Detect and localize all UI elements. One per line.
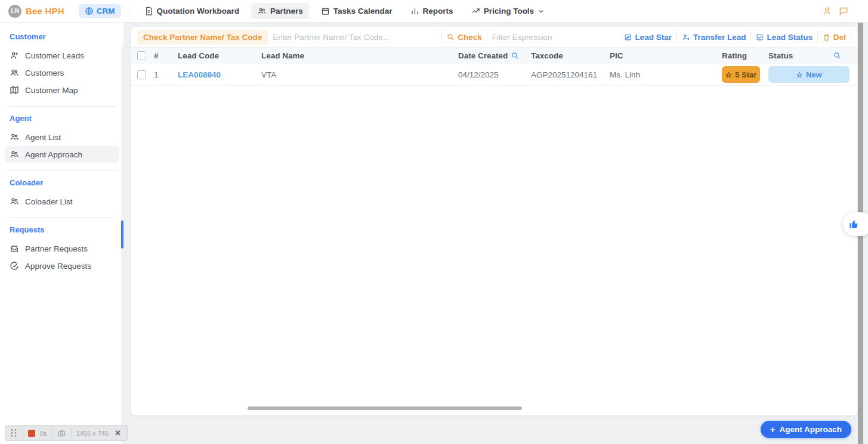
edit-note-icon <box>624 33 632 41</box>
check-partner-label: Check Partner Name/ Tax Code <box>137 30 268 45</box>
sidebar-item-label: Approve Requests <box>25 262 91 271</box>
people-icon <box>10 132 19 142</box>
select-all-checkbox[interactable] <box>137 51 146 60</box>
recorder-divider <box>23 429 23 438</box>
app-logo: LN <box>8 5 21 18</box>
sidebar-item-customers[interactable]: Customers <box>5 64 119 81</box>
horizontal-scrollbar[interactable] <box>248 406 522 410</box>
people-icon <box>10 150 19 159</box>
status-label: New <box>806 70 822 79</box>
plus-icon: + <box>770 424 776 434</box>
record-stop-button[interactable] <box>28 430 35 437</box>
search-icon <box>447 33 455 41</box>
filter-expression-input[interactable] <box>492 33 620 42</box>
screen-size-label: 868 x 444 <box>76 430 109 437</box>
date-created-cell: 04/12/2025 <box>458 70 531 79</box>
chat-icon[interactable] <box>838 6 849 16</box>
brand-title: Bee HPH <box>26 6 64 16</box>
floating-feedback-widget[interactable] <box>843 212 868 236</box>
people-icon <box>257 7 267 15</box>
sidebar-item-label: Coloader List <box>25 197 73 206</box>
drag-handle-icon[interactable] <box>10 429 18 437</box>
nav-quotation-workboard[interactable]: Quotation Workboard <box>138 3 246 19</box>
delete-label: Del <box>833 33 846 42</box>
sidebar-item-approve-requests[interactable]: Approve Requests <box>5 257 119 274</box>
col-lead-code: Lead Code <box>178 51 261 60</box>
camera-icon[interactable] <box>57 429 66 437</box>
thumbs-up-icon <box>848 219 859 229</box>
status-badge[interactable]: ☆ New <box>768 66 850 83</box>
sidebar: Customer Customer Leads Customers Custom… <box>0 23 123 444</box>
people-icon <box>10 68 19 77</box>
sidebar-item-agent-list[interactable]: Agent List <box>5 129 119 145</box>
sidebar-section-agent: Agent <box>10 114 114 123</box>
col-taxcode: Taxcode <box>531 51 610 60</box>
search-icon[interactable] <box>511 52 519 60</box>
crm-label: CRM <box>97 7 115 15</box>
sidebar-item-agent-approach[interactable]: Agent Approach <box>5 146 119 163</box>
nav-label: Reports <box>423 7 453 15</box>
sidebar-item-label: Agent List <box>25 133 61 142</box>
agent-approach-label: Agent Approach <box>780 425 842 434</box>
col-date-created-label: Date Created <box>458 51 508 60</box>
sidebar-divider <box>7 218 116 218</box>
sidebar-item-label: Customer Leads <box>25 51 84 60</box>
leads-toolbar: Check Partner Name/ Tax Code Check Lead … <box>131 27 857 48</box>
transfer-lead-label: Transfer Lead <box>693 33 746 42</box>
lead-star-button[interactable]: Lead Star <box>624 33 672 42</box>
trend-up-icon <box>471 7 480 15</box>
col-date-created: Date Created <box>458 51 531 60</box>
check-button-label: Check <box>458 33 482 42</box>
sidebar-item-label: Customer Map <box>25 86 78 95</box>
sidebar-item-coloader-list[interactable]: Coloader List <box>5 193 119 210</box>
close-icon[interactable]: ✕ <box>113 429 122 437</box>
nav-pricing-tools[interactable]: Pricing Tools <box>465 3 551 19</box>
toolbar-divider <box>677 31 677 43</box>
check-button[interactable]: Check <box>447 33 482 42</box>
crm-module-badge[interactable]: CRM <box>79 4 121 18</box>
col-status-label: Status <box>768 51 793 60</box>
record-time: 0s <box>40 430 47 437</box>
table-header-row: # Lead Code Lead Name Date Created Taxco… <box>131 48 857 64</box>
sidebar-scrollbar-thumb[interactable] <box>121 221 123 249</box>
sidebar-divider <box>7 170 116 171</box>
nav-reports[interactable]: Reports <box>404 3 459 19</box>
toolbar-divider <box>851 31 851 43</box>
partner-name-taxcode-input[interactable] <box>273 33 437 42</box>
col-pic: PIC <box>610 51 722 60</box>
app-brand[interactable]: LN Bee HPH <box>8 5 64 18</box>
sidebar-item-label: Customers <box>25 69 64 77</box>
sidebar-section-requests: Requests <box>10 225 114 234</box>
star-icon: ☆ <box>796 71 803 79</box>
nav-label: Quotation Workboard <box>157 7 240 15</box>
sidebar-item-partner-requests[interactable]: Partner Requests <box>5 240 119 257</box>
transfer-lead-button[interactable]: Transfer Lead <box>682 33 746 42</box>
sidebar-item-customer-map[interactable]: Customer Map <box>5 82 119 98</box>
toolbar-divider <box>487 31 487 43</box>
document-icon <box>144 7 153 15</box>
globe-icon <box>85 7 94 15</box>
nav-label: Tasks Calendar <box>333 7 393 15</box>
lead-code-link[interactable]: LEA008940 <box>178 70 261 79</box>
col-status: Status <box>768 51 853 60</box>
toolbar-divider <box>750 31 751 43</box>
search-icon[interactable] <box>833 52 841 60</box>
bar-chart-icon <box>410 7 419 15</box>
partners-leads-panel: Check Partner Name/ Tax Code Check Lead … <box>131 27 857 415</box>
nav-partners[interactable]: Partners <box>251 3 309 19</box>
user-icon[interactable] <box>822 6 832 16</box>
pic-cell: Ms. Linh <box>610 70 722 79</box>
trash-icon <box>823 33 830 41</box>
delete-button[interactable]: Del <box>823 33 846 42</box>
rating-badge[interactable]: ☆ 5 Star <box>722 66 760 83</box>
agent-approach-button[interactable]: + Agent Approach <box>761 421 851 438</box>
sidebar-item-label: Partner Requests <box>25 244 88 253</box>
row-checkbox[interactable] <box>137 70 146 79</box>
table-row: 1 LEA008940 VTA 04/12/2025 AGP2025120416… <box>131 64 857 86</box>
lead-status-button[interactable]: Lead Status <box>756 33 813 42</box>
check-circle-icon <box>10 261 19 271</box>
taxcode-cell: AGP20251204161 <box>531 70 610 79</box>
col-rating: Rating <box>722 51 768 60</box>
nav-tasks-calendar[interactable]: Tasks Calendar <box>315 3 399 19</box>
sidebar-item-customer-leads[interactable]: Customer Leads <box>5 47 119 64</box>
